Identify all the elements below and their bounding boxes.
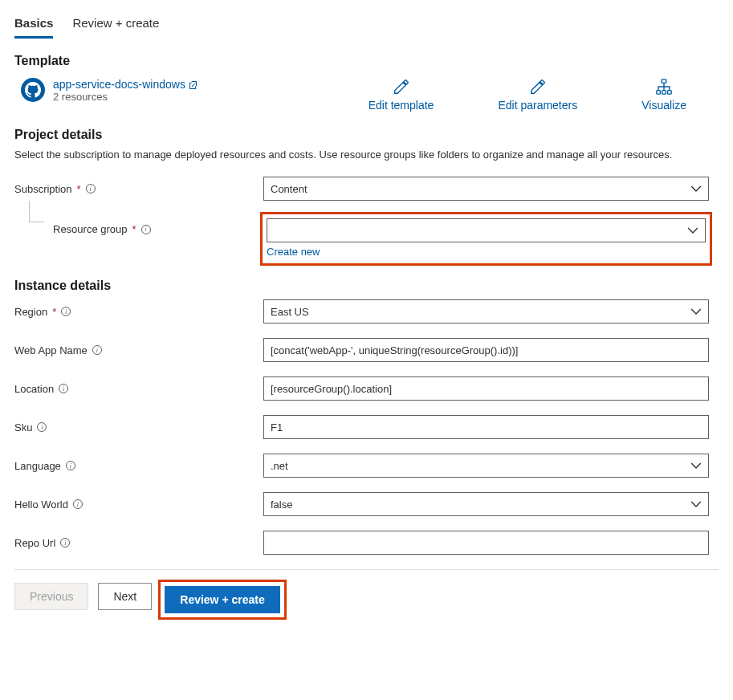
svg-rect-1 [657,91,661,95]
location-input[interactable] [263,376,709,401]
instance-details-header: Instance details [14,279,719,293]
visualize-button[interactable]: Visualize [641,78,686,112]
required-mark: * [77,183,81,195]
info-icon[interactable]: i [73,499,83,509]
svg-rect-2 [662,91,666,95]
info-icon[interactable]: i [59,384,68,393]
repo-url-input[interactable] [263,531,709,555]
create-new-link[interactable]: Create new [267,246,320,258]
region-label: Region [14,306,47,318]
webapp-name-label: Web App Name [14,344,88,356]
template-link[interactable]: app-service-docs-windows [53,78,198,91]
info-icon[interactable]: i [37,422,47,432]
required-mark: * [132,223,136,235]
template-header: Template [14,54,719,68]
resource-group-select[interactable] [267,218,706,242]
hello-world-label: Hello World [14,499,68,511]
info-icon[interactable]: i [86,184,96,193]
region-select[interactable]: East US [263,299,709,324]
info-icon[interactable]: i [66,461,75,470]
edit-parameters-label: Edit parameters [498,99,577,112]
visualize-label: Visualize [641,99,686,112]
edit-template-label: Edit template [369,99,434,112]
info-icon[interactable]: i [61,307,71,316]
sku-input[interactable] [263,415,709,439]
language-select[interactable]: .net [263,454,709,478]
sku-label: Sku [14,421,32,433]
tab-review-create[interactable]: Review + create [72,14,159,39]
review-create-highlight: Review + create [161,583,283,617]
next-button[interactable]: Next [98,583,152,610]
template-row: app-service-docs-windows 2 resources Edi… [14,78,719,112]
edit-template-button[interactable]: Edit template [369,78,434,112]
review-create-button[interactable]: Review + create [165,586,279,613]
resource-group-highlight: Create new [263,215,709,262]
hierarchy-icon [655,78,673,96]
info-icon[interactable]: i [141,225,151,234]
resource-group-label: Resource group [53,223,128,235]
webapp-name-input[interactable] [263,338,709,362]
hello-world-select[interactable]: false [263,492,709,516]
edit-parameters-button[interactable]: Edit parameters [498,78,577,112]
tab-basics[interactable]: Basics [14,14,53,39]
footer-bar: Previous Next Review + create [14,569,719,617]
subscription-select[interactable]: Content [263,177,709,201]
subscription-label: Subscription [14,183,72,195]
language-label: Language [14,460,61,472]
project-details-header: Project details [14,128,719,142]
edit-icon [393,78,410,96]
tabs-bar: Basics Review + create [14,14,719,39]
repo-url-label: Repo Url [14,537,55,549]
previous-button: Previous [14,583,88,610]
required-mark: * [52,306,56,318]
info-icon[interactable]: i [60,538,70,547]
edit-icon [529,78,547,96]
external-link-icon [189,80,198,89]
location-label: Location [14,383,54,395]
github-icon [21,78,45,102]
project-details-description: Select the subscription to manage deploy… [14,149,673,161]
svg-rect-0 [662,79,666,83]
svg-rect-3 [668,91,672,95]
info-icon[interactable]: i [92,345,102,355]
template-resource-count: 2 resources [53,91,198,103]
template-link-text: app-service-docs-windows [53,78,185,91]
